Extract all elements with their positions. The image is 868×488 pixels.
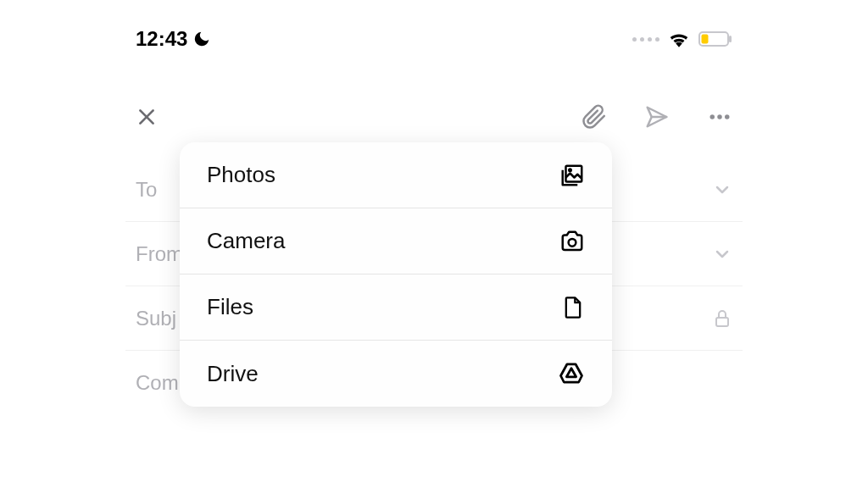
- svg-point-8: [725, 114, 730, 119]
- status-time-group: 12:43: [136, 27, 211, 51]
- attach-item-label: Files: [207, 294, 253, 320]
- wifi-icon: [668, 30, 690, 47]
- from-label: From: [136, 242, 183, 266]
- svg-marker-14: [566, 369, 576, 377]
- close-button[interactable]: [136, 106, 158, 128]
- svg-point-6: [710, 114, 715, 119]
- svg-point-7: [717, 114, 722, 119]
- attach-item-label: Drive: [207, 361, 259, 387]
- svg-rect-1: [729, 36, 732, 42]
- attach-item-label: Camera: [207, 228, 285, 254]
- status-indicators: [632, 30, 732, 47]
- svg-point-12: [569, 238, 576, 246]
- to-label: To: [136, 178, 157, 202]
- attach-item-label: Photos: [207, 162, 275, 188]
- attach-files-item[interactable]: Files: [180, 274, 612, 341]
- status-bar: 12:43: [0, 27, 868, 51]
- attach-camera-item[interactable]: Camera: [180, 208, 612, 274]
- drive-icon: [558, 361, 585, 386]
- close-icon: [136, 106, 158, 128]
- compose-toolbar: [0, 98, 868, 136]
- camera-icon: [559, 229, 585, 254]
- file-icon: [561, 295, 585, 320]
- subject-label: Subj: [136, 307, 176, 330]
- attach-photos-item[interactable]: Photos: [180, 142, 612, 208]
- body-label: Com: [136, 371, 179, 395]
- paperclip-icon: [581, 104, 607, 130]
- more-button[interactable]: [707, 104, 732, 130]
- svg-marker-13: [561, 364, 582, 382]
- send-button[interactable]: [644, 104, 670, 130]
- attach-button[interactable]: [581, 104, 607, 130]
- send-icon: [644, 104, 670, 130]
- moon-icon: [192, 30, 211, 48]
- attach-drive-item[interactable]: Drive: [180, 341, 612, 407]
- cellular-dots-icon: [632, 37, 659, 42]
- lock-icon: [712, 308, 732, 329]
- more-horizontal-icon: [707, 104, 732, 130]
- svg-point-11: [569, 169, 571, 171]
- photos-icon: [559, 163, 585, 188]
- battery-icon: [698, 31, 732, 47]
- chevron-down-icon: [712, 180, 732, 200]
- attach-menu-popover: Photos Camera Files Drive: [180, 142, 612, 407]
- svg-rect-9: [716, 318, 728, 326]
- status-time: 12:43: [136, 27, 187, 51]
- chevron-down-icon: [712, 244, 732, 264]
- svg-rect-2: [702, 35, 709, 44]
